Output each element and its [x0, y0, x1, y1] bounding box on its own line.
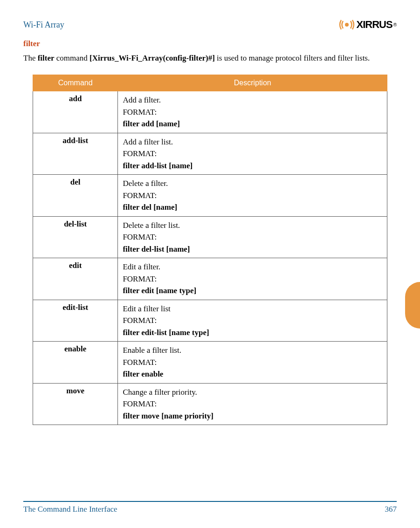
description-text: Add a filter list.: [123, 137, 173, 146]
format-value: filter add-list [name]: [123, 161, 193, 170]
intro-bold1: filter: [38, 54, 55, 62]
format-label: FORMAT:: [123, 357, 382, 369]
format-value: filter del [name]: [123, 203, 177, 212]
format-label: FORMAT:: [123, 190, 382, 202]
format-value: filter add [name]: [123, 119, 179, 128]
format-label: FORMAT:: [123, 315, 382, 327]
page-header: Wi-Fi Array XIRRUS ®: [23, 19, 397, 31]
svg-point-0: [345, 23, 349, 27]
format-label: FORMAT:: [123, 148, 382, 160]
header-title: Wi-Fi Array: [23, 20, 64, 30]
intro-suffix: is used to manage protocol filters and f…: [215, 54, 370, 62]
format-label: FORMAT:: [123, 106, 382, 118]
command-cell: move: [33, 383, 118, 425]
table-row: add Add a filter. FORMAT: filter add [na…: [33, 91, 387, 133]
description-text: Delete a filter list.: [123, 221, 180, 230]
format-value: filter del-list [name]: [123, 245, 190, 254]
registered-icon: ®: [393, 22, 397, 27]
header-command: Command: [33, 75, 118, 91]
description-text: Enable a filter list.: [123, 346, 181, 355]
command-cell: del: [33, 175, 118, 217]
table-row: edit-list Edit a filter list FORMAT: fil…: [33, 300, 387, 342]
description-text: Edit a filter list: [123, 304, 170, 313]
command-cell: enable: [33, 342, 118, 384]
description-cell: Delete a filter list. FORMAT: filter del…: [118, 216, 387, 258]
intro-bold2: [Xirrus_Wi-Fi_Array(config-filter)#]: [90, 54, 215, 62]
table-header-row: Command Description: [33, 75, 387, 91]
format-value: filter move [name priority]: [123, 411, 213, 420]
format-value: filter edit [name type]: [123, 286, 196, 295]
footer-chapter: The Command Line Interface: [23, 505, 117, 514]
intro-prefix: The: [23, 54, 38, 62]
description-text: Edit a filter.: [123, 262, 160, 271]
table-row: move Change a filter priority. FORMAT: f…: [33, 383, 387, 425]
description-cell: Enable a filter list. FORMAT: filter ena…: [118, 342, 387, 384]
command-cell: edit-list: [33, 300, 118, 342]
description-text: Add a filter.: [123, 96, 161, 104]
description-cell: Delete a filter. FORMAT: filter del [nam…: [118, 175, 387, 217]
section-title: filter: [23, 39, 397, 48]
description-text: Change a filter priority.: [123, 388, 197, 397]
table-row: add-list Add a filter list. FORMAT: filt…: [33, 133, 387, 175]
footer-page-number: 367: [385, 505, 397, 514]
table-row: del-list Delete a filter list. FORMAT: f…: [33, 216, 387, 258]
table-row: enable Enable a filter list. FORMAT: fil…: [33, 342, 387, 384]
description-cell: Edit a filter. FORMAT: filter edit [name…: [118, 258, 387, 300]
description-cell: Edit a filter list FORMAT: filter edit-l…: [118, 300, 387, 342]
brand-logo: XIRRUS ®: [338, 19, 397, 31]
table-row: del Delete a filter. FORMAT: filter del …: [33, 175, 387, 217]
format-label: FORMAT:: [123, 398, 382, 410]
command-cell: edit: [33, 258, 118, 300]
brand-text: XIRRUS: [357, 19, 392, 31]
format-value: filter enable: [123, 370, 163, 378]
xirrus-logo-icon: [338, 19, 356, 30]
page-footer: The Command Line Interface 367: [23, 501, 397, 514]
header-description: Description: [118, 75, 387, 91]
intro-paragraph: The filter command [Xirrus_Wi-Fi_Array(c…: [23, 52, 397, 64]
description-cell: Add a filter. FORMAT: filter add [name]: [118, 91, 387, 133]
command-table: Command Description add Add a filter. FO…: [33, 75, 387, 425]
format-label: FORMAT:: [123, 231, 382, 243]
table-row: edit Edit a filter. FORMAT: filter edit …: [33, 258, 387, 300]
footer-divider: [23, 501, 397, 502]
command-cell: del-list: [33, 216, 118, 258]
footer-row: The Command Line Interface 367: [23, 505, 397, 514]
command-table-container: Command Description add Add a filter. FO…: [23, 75, 397, 425]
description-cell: Add a filter list. FORMAT: filter add-li…: [118, 133, 387, 175]
command-cell: add-list: [33, 133, 118, 175]
intro-middle1: command: [55, 54, 90, 62]
command-cell: add: [33, 91, 118, 133]
description-text: Delete a filter.: [123, 179, 168, 188]
format-value: filter edit-list [name type]: [123, 328, 209, 337]
format-label: FORMAT:: [123, 273, 382, 285]
side-tab-icon: [405, 282, 420, 329]
description-cell: Change a filter priority. FORMAT: filter…: [118, 383, 387, 425]
